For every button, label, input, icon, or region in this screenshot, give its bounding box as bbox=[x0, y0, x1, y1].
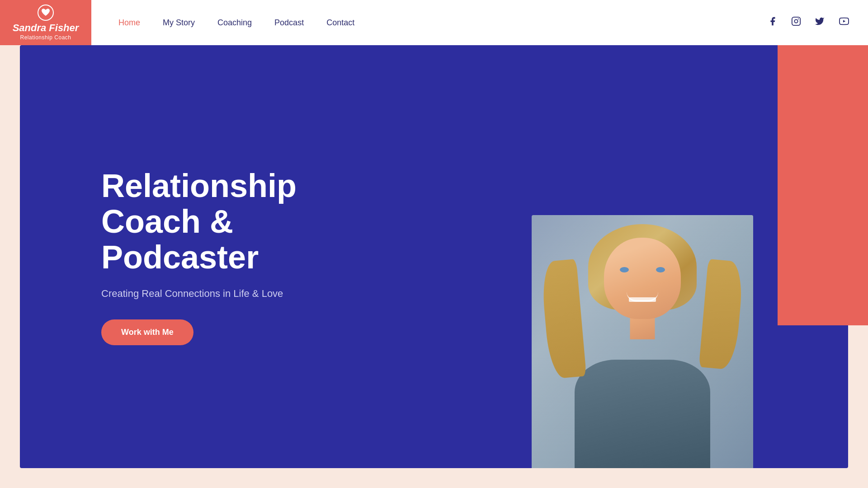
instagram-icon[interactable] bbox=[791, 16, 801, 29]
nav-links: Home My Story Coaching Podcast Contact bbox=[118, 18, 354, 28]
hero-title: Relationship Coach & Podcaster bbox=[101, 168, 297, 276]
logo-block: Sandra Fisher Relationship Coach bbox=[0, 0, 91, 45]
hero-text: Relationship Coach & Podcaster Creating … bbox=[101, 168, 297, 346]
svg-point-3 bbox=[798, 19, 799, 19]
hero-content: Relationship Coach & Podcaster Creating … bbox=[20, 45, 848, 468]
heart-icon bbox=[38, 5, 54, 21]
nav-item-coaching[interactable]: Coaching bbox=[217, 18, 252, 28]
nav-item-my-story[interactable]: My Story bbox=[163, 18, 195, 28]
navbar: Home My Story Coaching Podcast Contact bbox=[91, 0, 868, 45]
nav-item-podcast[interactable]: Podcast bbox=[274, 18, 304, 28]
youtube-icon[interactable] bbox=[838, 16, 850, 29]
twitter-icon[interactable] bbox=[815, 16, 825, 29]
logo-subtitle: Relationship Coach bbox=[20, 34, 71, 41]
social-icons bbox=[768, 16, 850, 29]
hero-section: Relationship Coach & Podcaster Creating … bbox=[20, 45, 848, 468]
facebook-icon[interactable] bbox=[768, 16, 778, 29]
nav-item-home[interactable]: Home bbox=[118, 18, 140, 28]
svg-marker-4 bbox=[843, 20, 845, 23]
logo-name: Sandra Fisher bbox=[13, 23, 79, 33]
work-with-me-button[interactable]: Work with Me bbox=[101, 319, 193, 345]
svg-rect-1 bbox=[792, 17, 800, 25]
hero-subtitle: Creating Real Connections in Life & Love bbox=[101, 288, 297, 300]
nav-item-contact[interactable]: Contact bbox=[326, 18, 354, 28]
svg-point-2 bbox=[794, 19, 797, 23]
